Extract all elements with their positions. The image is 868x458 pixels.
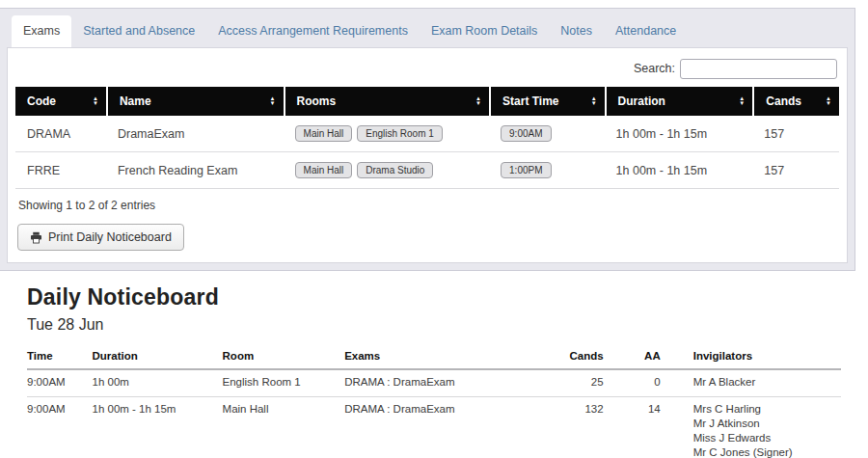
nb-duration: 1h 00m — [93, 369, 223, 397]
nb-duration: 1h 00m - 1h 15m — [93, 397, 223, 458]
exam-cands-link[interactable]: 157 — [752, 116, 839, 152]
start-time-badge: 1:00PM — [501, 162, 551, 178]
column-header-code[interactable]: Code▲▼ — [15, 87, 106, 116]
nb-invigilators: Mr A Blacker — [670, 369, 841, 397]
invigilator-name: Mr A Blacker — [693, 376, 837, 390]
exam-name: DramaExam — [106, 116, 284, 152]
search-row: Search: — [15, 57, 839, 87]
exam-duration: 1h 00m - 1h 15m — [605, 116, 753, 152]
print-button-label: Print Daily Noticeboard — [48, 230, 172, 244]
noticeboard-row: 9:00AM1h 00mEnglish Room 1DRAMA : DramaE… — [27, 369, 841, 397]
exams-table-head: Code▲▼Name▲▼Rooms▲▼Start Time▲▼Duration▲… — [15, 87, 839, 116]
noticeboard-table-head: TimeDurationRoomExamsCandsAAInvigilators — [27, 345, 841, 369]
exam-rooms: Main HallEnglish Room 1 — [284, 116, 490, 152]
tab-bar: ExamsStarted and AbsenceAccess Arrangeme… — [7, 9, 848, 47]
tab-started-and-absence[interactable]: Started and Absence — [71, 15, 206, 47]
exam-row: DRAMADramaExamMain HallEnglish Room 19:0… — [15, 116, 839, 152]
search-input[interactable] — [680, 59, 837, 79]
noticeboard-title: Daily Noticeboard — [27, 284, 841, 310]
tab-attendance[interactable]: Attendance — [604, 15, 688, 47]
nb-invigilators: Mrs C HarlingMr J AtkinsonMiss J Edwards… — [670, 397, 841, 458]
column-header-name[interactable]: Name▲▼ — [106, 87, 284, 116]
column-header-rooms[interactable]: Rooms▲▼ — [284, 87, 490, 116]
nb-exams: DRAMA : DramaExam — [344, 397, 556, 458]
noticeboard-row: 9:00AM1h 00m - 1h 15mMain HallDRAMA : Dr… — [27, 397, 841, 458]
room-badge: Main Hall — [295, 125, 353, 142]
nb-time: 9:00AM — [27, 397, 93, 458]
table-summary: Showing 1 to 2 of 2 entries — [15, 189, 839, 224]
nb-column-header-duration: Duration — [93, 345, 223, 369]
exam-cands-link[interactable]: 157 — [752, 152, 839, 189]
nb-room: English Room 1 — [223, 369, 345, 397]
column-header-start-time[interactable]: Start Time▲▼ — [489, 87, 605, 116]
sort-icon[interactable]: ▲▼ — [475, 96, 481, 106]
room-badge: English Room 1 — [357, 125, 443, 142]
exam-name: French Reading Exam — [106, 152, 284, 189]
exam-code-link[interactable]: FRRE — [15, 152, 106, 189]
exams-tab-panel: Search: Code▲▼Name▲▼Rooms▲▼Start Time▲▼D… — [7, 47, 848, 263]
nb-aa: 0 — [613, 369, 670, 397]
invigilator-name: Mr J Atkinson — [693, 418, 837, 431]
nb-column-header-aa: AA — [613, 345, 670, 369]
exam-start-time: 1:00PM — [489, 152, 605, 189]
invigilator-name: Mrs C Harling — [693, 403, 837, 417]
invigilator-name: Miss J Edwards — [693, 432, 837, 445]
exam-code-link[interactable]: DRAMA — [15, 116, 106, 152]
noticeboard-table-body: 9:00AM1h 00mEnglish Room 1DRAMA : DramaE… — [27, 369, 841, 458]
nb-aa: 14 — [613, 397, 670, 458]
start-time-badge: 9:00AM — [501, 125, 551, 142]
nb-column-header-room: Room — [223, 345, 345, 369]
nb-column-header-invigilators: Invigilators — [670, 345, 841, 369]
sort-icon[interactable]: ▲▼ — [270, 96, 276, 106]
nb-column-header-time: Time — [27, 345, 93, 369]
sort-icon[interactable]: ▲▼ — [826, 96, 831, 106]
search-label: Search: — [634, 62, 675, 75]
tab-exam-room-details[interactable]: Exam Room Details — [420, 15, 549, 47]
exam-start-time: 9:00AM — [489, 116, 605, 152]
column-header-cands[interactable]: Cands▲▼ — [752, 87, 839, 116]
sort-icon[interactable]: ▲▼ — [591, 96, 597, 106]
nb-room: Main Hall — [223, 397, 345, 458]
nb-cands: 132 — [556, 397, 613, 458]
print-daily-noticeboard-button[interactable]: Print Daily Noticeboard — [17, 224, 184, 251]
daily-noticeboard-section: Daily Noticeboard Tue 28 Jun TimeDuratio… — [0, 271, 868, 458]
page-top-margin — [0, 0, 868, 8]
nb-cands: 25 — [556, 369, 613, 397]
nb-column-header-exams: Exams — [344, 345, 556, 369]
nb-exams: DRAMA : DramaExam — [344, 369, 556, 397]
noticeboard-table: TimeDurationRoomExamsCandsAAInvigilators… — [27, 345, 841, 458]
room-badge: Drama Studio — [357, 162, 433, 178]
sort-icon[interactable]: ▲▼ — [93, 96, 98, 106]
tab-exams[interactable]: Exams — [12, 15, 71, 47]
printer-icon — [30, 231, 42, 244]
nb-column-header-cands: Cands — [556, 345, 613, 369]
exam-duration: 1h 00m - 1h 15m — [605, 152, 753, 189]
invigilator-name: Mr C Jones (Signer) — [693, 446, 837, 458]
room-badge: Main Hall — [295, 162, 353, 178]
nb-time: 9:00AM — [27, 369, 93, 397]
exam-row: FRREFrench Reading ExamMain HallDrama St… — [15, 152, 839, 189]
exams-table-body: DRAMADramaExamMain HallEnglish Room 19:0… — [15, 116, 839, 189]
exams-table: Code▲▼Name▲▼Rooms▲▼Start Time▲▼Duration▲… — [15, 87, 839, 189]
sort-icon[interactable]: ▲▼ — [739, 96, 745, 106]
tab-notes[interactable]: Notes — [549, 15, 604, 47]
noticeboard-date: Tue 28 Jun — [27, 316, 841, 334]
tab-access-arrangement-requirements[interactable]: Access Arrangement Requirements — [206, 15, 420, 47]
exam-tab-widget: ExamsStarted and AbsenceAccess Arrangeme… — [0, 8, 855, 271]
exam-rooms: Main HallDrama Studio — [284, 152, 490, 189]
column-header-duration[interactable]: Duration▲▼ — [605, 87, 753, 116]
